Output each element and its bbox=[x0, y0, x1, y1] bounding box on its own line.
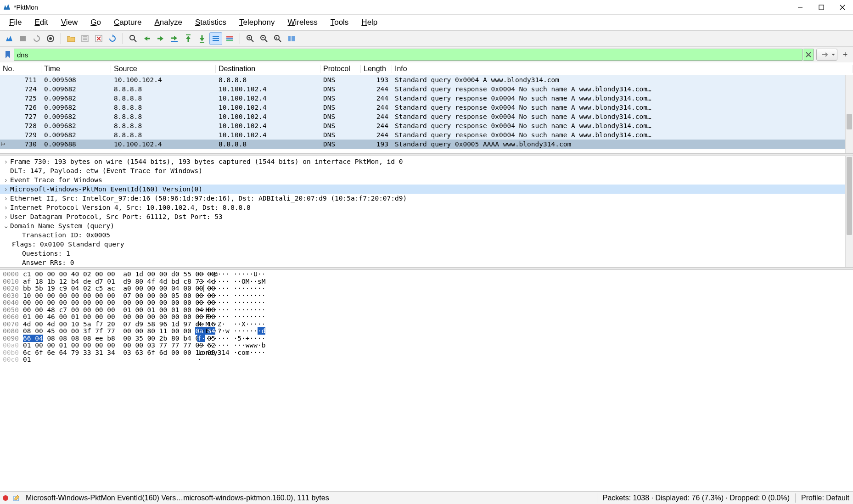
hex-line[interactable]: 0000c1 00 00 00 40 02 00 00 a0 1d 00 00 … bbox=[3, 271, 850, 278]
restart-capture-button[interactable] bbox=[30, 32, 43, 45]
menu-analyze[interactable]: Analyze bbox=[148, 16, 188, 29]
current-packet-marker bbox=[0, 140, 6, 149]
menu-tools[interactable]: Tools bbox=[324, 16, 355, 29]
column-no[interactable]: No. bbox=[0, 65, 41, 73]
hex-line[interactable]: 003010 00 00 00 00 00 00 00 07 00 00 00 … bbox=[3, 292, 850, 300]
menu-capture[interactable]: Capture bbox=[107, 16, 148, 29]
detail-line[interactable]: ›Frame 730: 193 bytes on wire (1544 bits… bbox=[0, 157, 853, 166]
start-capture-button[interactable] bbox=[3, 32, 16, 45]
hex-line[interactable]: 009066 04 08 08 08 08 ee b8 00 35 00 2b … bbox=[3, 335, 850, 342]
tree-toggle-icon[interactable]: › bbox=[2, 185, 10, 193]
tree-toggle-icon[interactable]: › bbox=[2, 176, 10, 184]
column-len[interactable]: Length bbox=[361, 65, 392, 73]
detail-line[interactable]: ›Internet Protocol Version 4, Src: 10.10… bbox=[0, 203, 853, 212]
edit-capture-comment-icon[interactable] bbox=[11, 494, 22, 502]
hex-line[interactable]: 006001 00 46 00 01 00 00 00 00 00 00 00 … bbox=[3, 314, 850, 321]
packet-row[interactable]: 7280.0096828.8.8.810.100.102.4DNS244Stan… bbox=[0, 121, 853, 130]
close-file-button[interactable] bbox=[92, 32, 105, 45]
detail-line[interactable]: ›Ethernet II, Src: IntelCor_97:de:16 (58… bbox=[0, 194, 853, 203]
open-file-button[interactable] bbox=[65, 32, 78, 45]
column-proto[interactable]: Protocol bbox=[320, 65, 361, 73]
packet-row[interactable]: 7270.0096828.8.8.810.100.102.4DNS244Stan… bbox=[0, 112, 853, 121]
menu-statistics[interactable]: Statistics bbox=[189, 16, 233, 29]
go-back-button[interactable] bbox=[140, 32, 153, 45]
tree-toggle-icon[interactable]: › bbox=[2, 241, 12, 248]
packet-row[interactable]: 7250.0096828.8.8.810.100.102.4DNS244Stan… bbox=[0, 94, 853, 103]
go-last-button[interactable] bbox=[196, 32, 208, 45]
packet-list-scrollbar[interactable] bbox=[845, 75, 853, 153]
go-forward-button[interactable] bbox=[154, 32, 167, 45]
display-filter-input[interactable] bbox=[14, 49, 802, 61]
colorize-button[interactable] bbox=[223, 32, 236, 45]
detail-line[interactable]: Questions: 1 bbox=[0, 249, 853, 258]
expert-info-icon[interactable] bbox=[0, 494, 11, 502]
hex-line[interactable]: 0020bb 5b 19 c9 04 02 c5 ac a0 00 00 00 … bbox=[3, 285, 850, 292]
clear-filter-button[interactable] bbox=[803, 49, 814, 61]
menu-file[interactable]: File bbox=[3, 16, 28, 29]
resize-columns-button[interactable] bbox=[285, 32, 298, 45]
detail-line[interactable]: ⌄Domain Name System (query) bbox=[0, 221, 853, 230]
svg-point-5 bbox=[47, 35, 54, 42]
go-to-packet-button[interactable] bbox=[168, 32, 181, 45]
tree-toggle-icon[interactable]: › bbox=[2, 204, 10, 211]
menu-wireless[interactable]: Wireless bbox=[281, 16, 324, 29]
bookmark-icon[interactable] bbox=[3, 49, 13, 61]
close-button[interactable] bbox=[832, 0, 853, 15]
hex-line[interactable]: 00704d 00 4d 00 10 5a f7 20 07 d9 58 96 … bbox=[3, 321, 850, 328]
column-source[interactable]: Source bbox=[111, 65, 216, 73]
menu-edit[interactable]: Edit bbox=[28, 16, 54, 29]
go-first-button[interactable] bbox=[182, 32, 195, 45]
zoom-out-button[interactable] bbox=[258, 32, 270, 45]
tree-toggle-icon[interactable]: › bbox=[2, 195, 10, 202]
add-filter-button[interactable]: + bbox=[840, 49, 850, 61]
menu-telephony[interactable]: Telephony bbox=[233, 16, 281, 29]
details-scrollbar[interactable] bbox=[845, 156, 853, 267]
hex-line[interactable]: 00b06c 6f 6e 64 79 33 31 34 03 63 6f 6d … bbox=[3, 349, 850, 357]
detail-line[interactable]: ›Microsoft-Windows-PktMon EventId(160) V… bbox=[0, 185, 853, 194]
status-profile[interactable]: Profile: Default bbox=[797, 494, 853, 502]
hex-line[interactable]: 008008 00 45 00 00 3f 7f 77 00 00 80 11 … bbox=[3, 328, 850, 335]
svg-line-38 bbox=[279, 39, 281, 42]
packet-row[interactable]: 7290.0096828.8.8.810.100.102.4DNS244Stan… bbox=[0, 130, 853, 140]
detail-line[interactable]: ›Event Trace for Windows bbox=[0, 175, 853, 185]
save-file-button[interactable] bbox=[79, 32, 91, 45]
tree-toggle-icon[interactable]: › bbox=[2, 158, 10, 165]
packet-row[interactable]: 7240.0096828.8.8.810.100.102.4DNS244Stan… bbox=[0, 84, 853, 94]
minimize-button[interactable] bbox=[790, 0, 811, 15]
detail-line[interactable]: Answer RRs: 0 bbox=[0, 258, 853, 267]
packet-details-pane: ›Frame 730: 193 bytes on wire (1544 bits… bbox=[0, 156, 853, 267]
detail-line[interactable]: ›User Datagram Protocol, Src Port: 61112… bbox=[0, 212, 853, 221]
hex-line[interactable]: 004000 00 00 00 00 00 00 00 00 00 00 00 … bbox=[3, 299, 850, 307]
tree-toggle-icon[interactable]: ⌄ bbox=[2, 222, 10, 230]
packet-row[interactable]: 7110.00950810.100.102.48.8.8.8DNS193Stan… bbox=[0, 75, 853, 84]
reload-file-button[interactable] bbox=[106, 32, 119, 45]
zoom-in-button[interactable] bbox=[244, 32, 257, 45]
maximize-button[interactable] bbox=[811, 0, 832, 15]
filter-bar: + bbox=[0, 47, 853, 62]
apply-filter-button[interactable] bbox=[816, 49, 837, 61]
detail-line[interactable]: ›Flags: 0x0100 Standard query bbox=[0, 240, 853, 249]
hex-line[interactable]: 005000 00 48 c7 00 00 00 00 01 00 01 00 … bbox=[3, 307, 850, 314]
hex-line[interactable]: 0010af 18 1b 12 b4 de d7 01 d9 80 4f 4d … bbox=[3, 278, 850, 286]
hex-view-pane[interactable]: 0000c1 00 00 00 40 02 00 00 a0 1d 00 00 … bbox=[0, 270, 853, 366]
column-time[interactable]: Time bbox=[41, 65, 111, 73]
capture-options-button[interactable] bbox=[44, 32, 57, 45]
packet-row[interactable]: 7260.0096828.8.8.810.100.102.4DNS244Stan… bbox=[0, 103, 853, 112]
stop-capture-button[interactable] bbox=[17, 32, 29, 45]
packet-row[interactable]: 7300.00968810.100.102.48.8.8.8DNS193Stan… bbox=[0, 140, 853, 149]
hex-line[interactable]: 00c001 · bbox=[3, 356, 850, 364]
menu-help[interactable]: Help bbox=[355, 16, 384, 29]
column-info[interactable]: Info bbox=[392, 65, 853, 73]
detail-line[interactable]: Transaction ID: 0x0005 bbox=[0, 230, 853, 240]
auto-scroll-button[interactable] bbox=[209, 32, 222, 45]
detail-line[interactable]: DLT: 147, Payload: etw (Event Trace for … bbox=[0, 166, 853, 175]
tree-toggle-icon[interactable]: › bbox=[2, 213, 10, 220]
zoom-reset-button[interactable]: 1 bbox=[271, 32, 284, 45]
hex-line[interactable]: 00a001 00 00 01 00 00 00 00 00 00 03 77 … bbox=[3, 342, 850, 349]
find-packet-button[interactable] bbox=[127, 32, 140, 45]
menu-view[interactable]: View bbox=[55, 16, 84, 29]
menu-go[interactable]: Go bbox=[84, 16, 107, 29]
packet-list-header[interactable]: No. Time Source Destination Protocol Len… bbox=[0, 62, 853, 75]
column-dest[interactable]: Destination bbox=[216, 65, 320, 73]
svg-point-37 bbox=[275, 35, 279, 40]
